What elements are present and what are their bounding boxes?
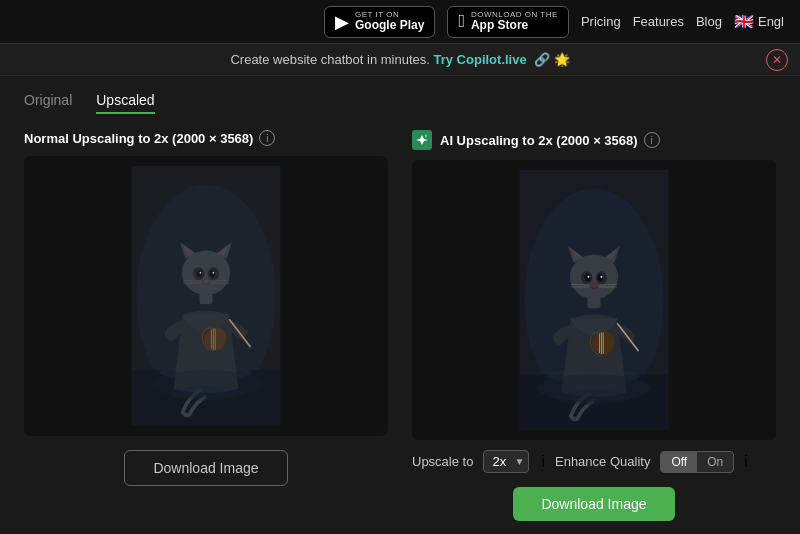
nav-pricing[interactable]: Pricing — [581, 14, 621, 29]
svg-point-14 — [213, 272, 215, 274]
normal-download-button[interactable]: Download Image — [124, 450, 287, 486]
enhance-quality-label: Enhance Quality — [555, 454, 650, 469]
tab-upscaled[interactable]: Upscaled — [96, 92, 154, 114]
enhance-toggle-group: Off On — [660, 451, 734, 473]
comparison-panels: Normal Upscaling to 2x (2000 × 3568) i — [24, 130, 776, 521]
svg-point-40 — [598, 274, 604, 281]
ai-controls-row: Upscale to 2x 4x ▼ i Enhance Quality Off… — [412, 450, 776, 473]
svg-point-42 — [600, 276, 602, 278]
ai-image-container — [412, 160, 776, 440]
upscale-info-icon[interactable]: i — [541, 453, 545, 471]
upscale-select-wrapper: 2x 4x ▼ — [483, 450, 529, 473]
flag-icon: 🇬🇧 — [734, 12, 754, 31]
normal-cat-image — [126, 166, 286, 426]
ai-cat-image — [514, 170, 674, 430]
svg-point-12 — [210, 270, 216, 277]
app-store-big: App Store — [471, 19, 558, 32]
google-play-icon: ▶ — [335, 11, 349, 33]
svg-point-13 — [200, 272, 202, 274]
ai-upscale-icon — [412, 130, 432, 150]
ai-info-icon[interactable]: i — [644, 132, 660, 148]
ai-panel-title: AI Upscaling to 2x (2000 × 3568) — [440, 133, 638, 148]
svg-point-27 — [169, 386, 243, 401]
svg-point-41 — [587, 276, 589, 278]
toggle-off-button[interactable]: Off — [661, 452, 697, 472]
toggle-on-button[interactable]: On — [697, 452, 733, 472]
normal-info-icon[interactable]: i — [259, 130, 275, 146]
banner-close-button[interactable]: ✕ — [766, 49, 788, 71]
ai-download-button[interactable]: Download Image — [513, 487, 674, 521]
top-navigation: ▶ GET IT ON Google Play  Download on th… — [0, 0, 800, 44]
ai-upscale-panel: AI Upscaling to 2x (2000 × 3568) i — [412, 130, 776, 521]
banner-link[interactable]: Try Copilot.live — [434, 52, 531, 67]
promo-banner: Create website chatbot in minutes. Try C… — [0, 44, 800, 76]
lang-label: Engl — [758, 14, 784, 29]
google-play-badge[interactable]: ▶ GET IT ON Google Play — [324, 6, 435, 38]
svg-point-39 — [585, 274, 591, 281]
ai-panel-header: AI Upscaling to 2x (2000 × 3568) i — [412, 130, 776, 150]
view-tabs: Original Upscaled — [24, 92, 776, 114]
tab-original[interactable]: Original — [24, 92, 72, 114]
enhance-info-icon[interactable]: i — [744, 453, 748, 471]
banner-text: Create website chatbot in minutes. — [230, 52, 429, 67]
normal-panel-header: Normal Upscaling to 2x (2000 × 3568) i — [24, 130, 388, 146]
svg-point-15 — [203, 279, 209, 283]
apple-icon:  — [458, 11, 465, 32]
normal-download-section: Download Image — [24, 450, 388, 486]
normal-image-container — [24, 156, 388, 436]
main-content: Original Upscaled Normal Upscaling to 2x… — [0, 76, 800, 534]
normal-panel-title: Normal Upscaling to 2x (2000 × 3568) — [24, 131, 253, 146]
language-selector[interactable]: 🇬🇧 Engl — [734, 12, 784, 31]
svg-rect-20 — [200, 293, 213, 304]
svg-rect-48 — [588, 297, 601, 308]
nav-features[interactable]: Features — [633, 14, 684, 29]
app-store-badge[interactable]:  Download on the App Store — [447, 6, 569, 38]
upscale-select[interactable]: 2x 4x — [483, 450, 529, 473]
nav-blog[interactable]: Blog — [696, 14, 722, 29]
svg-point-11 — [197, 270, 203, 277]
upscale-label: Upscale to — [412, 454, 473, 469]
google-play-big: Google Play — [355, 19, 424, 32]
normal-upscale-panel: Normal Upscaling to 2x (2000 × 3568) i — [24, 130, 388, 521]
svg-point-55 — [557, 390, 631, 405]
svg-point-43 — [591, 283, 597, 287]
ai-download-section: Download Image — [412, 487, 776, 521]
